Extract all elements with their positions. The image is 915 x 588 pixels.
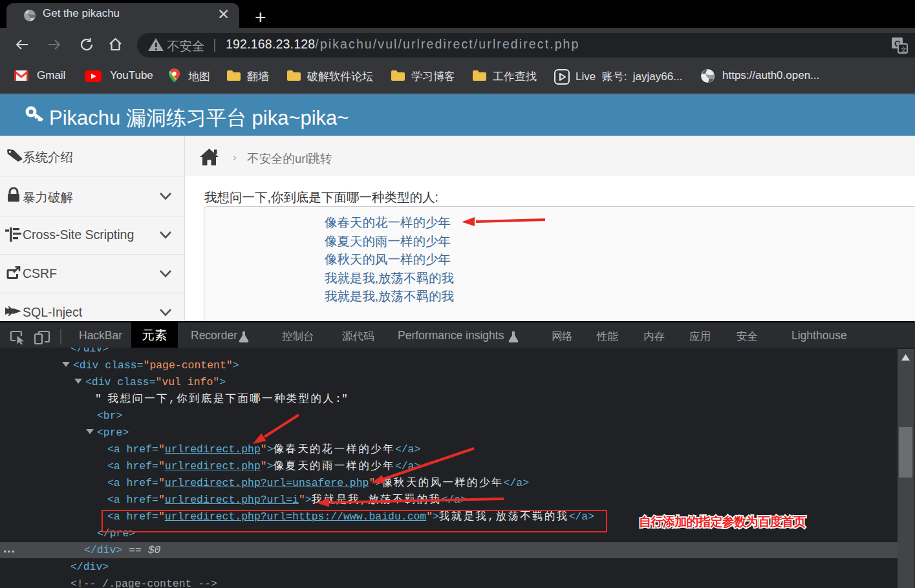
svg-text:自行添加的指定参数为百度首页: 自行添加的指定参数为百度首页: [639, 515, 806, 529]
